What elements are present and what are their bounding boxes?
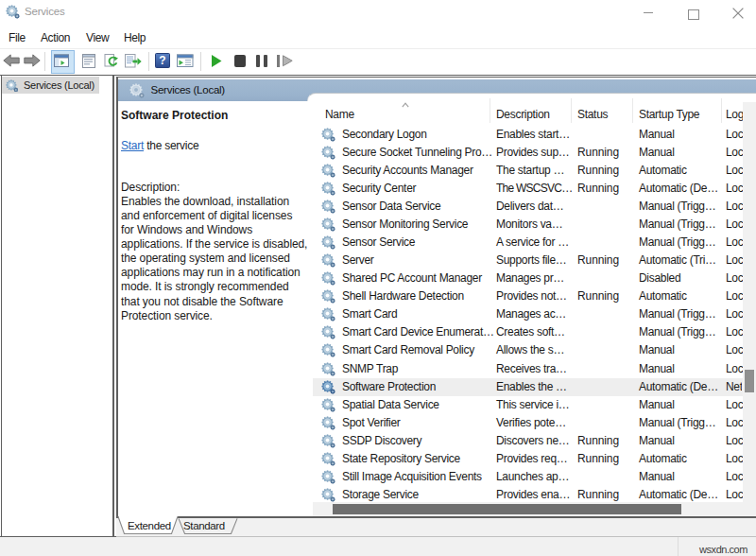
svg-text:?: ? xyxy=(159,54,165,67)
